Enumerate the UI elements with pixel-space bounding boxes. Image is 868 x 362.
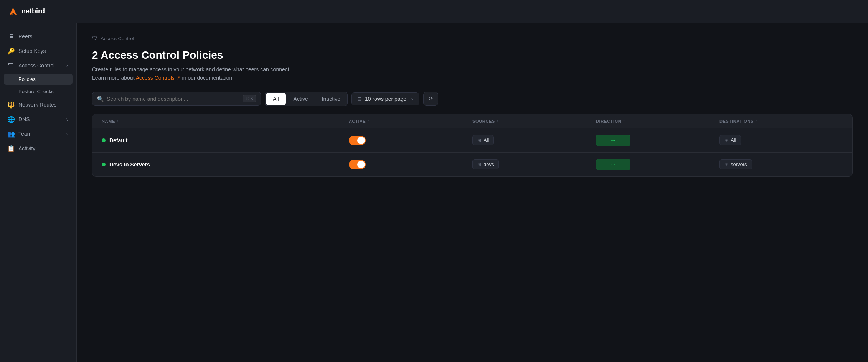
sidebar-item-dns[interactable]: 🌐 DNS ∨ <box>0 112 76 127</box>
th-destinations[interactable]: DESTINATIONS ↕ <box>719 119 843 123</box>
refresh-button[interactable]: ↺ <box>423 92 438 106</box>
cell-active-default <box>349 136 472 145</box>
sidebar-item-peers[interactable]: 🖥 Peers <box>0 29 76 44</box>
netbird-logo-icon <box>8 6 18 17</box>
toolbar: 🔍 ⌘ K All Active Inactive ⊟ 10 rows per … <box>92 92 853 106</box>
rows-per-page-selector[interactable]: ⊟ 10 rows per page ∨ <box>351 92 419 105</box>
chevron-down-icon-dns: ∨ <box>66 117 69 122</box>
network-routes-icon: 🔱 <box>8 101 15 108</box>
cell-direction-devs-to-servers: ↔ <box>596 159 719 170</box>
cell-destinations-devs-to-servers: ⊞ servers <box>719 159 843 169</box>
sidebar-label-posture-checks: Posture Checks <box>18 89 54 94</box>
cell-sources-default: ⊞ All <box>472 135 596 145</box>
logo[interactable]: netbird <box>8 6 45 17</box>
sidebar-label-dns: DNS <box>18 116 30 122</box>
direction-tag-default: ↔ <box>596 135 630 146</box>
chevron-down-icon-rows: ∨ <box>411 97 414 101</box>
description-line1: Create rules to manage access in your ne… <box>92 66 291 72</box>
th-name[interactable]: NAME ↕ <box>102 119 349 123</box>
sidebar-item-network-routes[interactable]: 🔱 Network Routes <box>0 97 76 112</box>
tag-icon-sources-default: ⊞ <box>477 138 481 143</box>
filter-group: All Active Inactive <box>265 92 348 106</box>
table-row[interactable]: Devs to Servers ⊞ devs ↔ <box>92 153 852 176</box>
rows-per-page-label: 10 rows per page <box>365 96 406 102</box>
filter-active-button[interactable]: Active <box>287 92 315 106</box>
sort-icon-direction: ↕ <box>623 119 625 123</box>
row-name-devs-to-servers: Devs to Servers <box>102 161 349 168</box>
search-icon: 🔍 <box>97 96 104 102</box>
content-area: 🛡 Access Control 2 Access Control Polici… <box>77 23 868 362</box>
status-dot-devs-to-servers <box>102 163 106 166</box>
sidebar-label-peers: Peers <box>18 33 33 39</box>
main-layout: 🖥 Peers 🔑 Setup Keys 🛡 Access Control ∧ … <box>0 23 868 362</box>
sidebar: 🖥 Peers 🔑 Setup Keys 🛡 Access Control ∧ … <box>0 23 77 362</box>
page-description: Create rules to manage access in your ne… <box>92 65 853 82</box>
th-active[interactable]: ACTIVE ↕ <box>349 119 472 123</box>
table-header: NAME ↕ ACTIVE ↕ SOURCES ↕ DIRECTION ↕ DE… <box>92 114 852 128</box>
filter-all-button[interactable]: All <box>266 93 286 105</box>
tag-destinations-devs-to-servers: ⊞ servers <box>719 159 752 169</box>
direction-tag-devs-to-servers: ↔ <box>596 159 630 170</box>
setup-keys-icon: 🔑 <box>8 48 15 54</box>
search-input[interactable] <box>107 96 239 102</box>
tag-icon-destinations-servers: ⊞ <box>724 162 728 167</box>
sidebar-label-network-routes: Network Routes <box>18 102 57 108</box>
toggle-default[interactable] <box>349 136 366 145</box>
table-row[interactable]: Default ⊞ All ↔ <box>92 128 852 153</box>
chevron-up-icon: ∧ <box>66 64 69 68</box>
sort-icon-name: ↕ <box>117 119 119 123</box>
dns-icon: 🌐 <box>8 116 15 123</box>
logo-text: netbird <box>21 7 45 15</box>
tag-destinations-default: ⊞ All <box>719 135 741 145</box>
description-line2-suffix: in our documentation. <box>182 75 234 81</box>
row-name-default: Default <box>102 137 349 143</box>
team-icon: 👥 <box>8 130 15 137</box>
cell-direction-default: ↔ <box>596 135 719 146</box>
sidebar-subitem-policies[interactable]: Policies <box>4 74 73 85</box>
th-sources[interactable]: SOURCES ↕ <box>472 119 596 123</box>
table-rows-icon: ⊟ <box>357 96 362 102</box>
breadcrumb-text: Access Control <box>101 36 134 41</box>
search-box[interactable]: 🔍 ⌘ K <box>92 92 261 106</box>
breadcrumb: 🛡 Access Control <box>92 35 853 41</box>
tag-sources-devs-to-servers: ⊞ devs <box>472 159 499 169</box>
tag-sources-default: ⊞ All <box>472 135 494 145</box>
cell-sources-devs-to-servers: ⊞ devs <box>472 159 596 169</box>
access-controls-link[interactable]: Access Controls ↗ <box>136 75 181 81</box>
sidebar-label-access-control: Access Control <box>18 63 54 69</box>
policies-table: NAME ↕ ACTIVE ↕ SOURCES ↕ DIRECTION ↕ DE… <box>92 114 853 177</box>
filter-inactive-button[interactable]: Inactive <box>315 92 347 106</box>
sidebar-item-access-control[interactable]: 🛡 Access Control ∧ <box>0 58 76 73</box>
chevron-down-icon-team: ∨ <box>66 132 69 136</box>
sidebar-item-team[interactable]: 👥 Team ∨ <box>0 127 76 141</box>
access-control-icon: 🛡 <box>8 62 15 69</box>
sort-icon-destinations: ↕ <box>755 119 757 123</box>
sidebar-label-team: Team <box>18 131 31 137</box>
sort-icon-active: ↕ <box>367 119 370 123</box>
status-dot-default <box>102 138 106 142</box>
peers-icon: 🖥 <box>8 33 15 40</box>
activity-icon: 📋 <box>8 145 15 152</box>
cell-destinations-default: ⊞ All <box>719 135 843 145</box>
th-direction[interactable]: DIRECTION ↕ <box>596 119 719 123</box>
sidebar-item-activity[interactable]: 📋 Activity <box>0 141 76 156</box>
sidebar-label-policies: Policies <box>18 76 36 82</box>
sidebar-subitem-posture-checks[interactable]: Posture Checks <box>0 86 76 97</box>
sidebar-label-activity: Activity <box>18 145 35 151</box>
tag-icon-destinations-default: ⊞ <box>724 138 728 143</box>
sort-icon-sources: ↕ <box>497 119 499 123</box>
sidebar-label-setup-keys: Setup Keys <box>18 48 46 54</box>
description-line2-prefix: Learn more about <box>92 75 135 81</box>
sidebar-item-setup-keys[interactable]: 🔑 Setup Keys <box>0 44 76 58</box>
page-title: 2 Access Control Policies <box>92 49 853 61</box>
tag-icon-sources-devs: ⊞ <box>477 162 481 167</box>
cell-active-devs-to-servers <box>349 160 472 169</box>
topbar: netbird <box>0 0 868 23</box>
toggle-devs-to-servers[interactable] <box>349 160 366 169</box>
breadcrumb-icon: 🛡 <box>92 35 97 41</box>
search-kbd: ⌘ K <box>243 95 256 102</box>
